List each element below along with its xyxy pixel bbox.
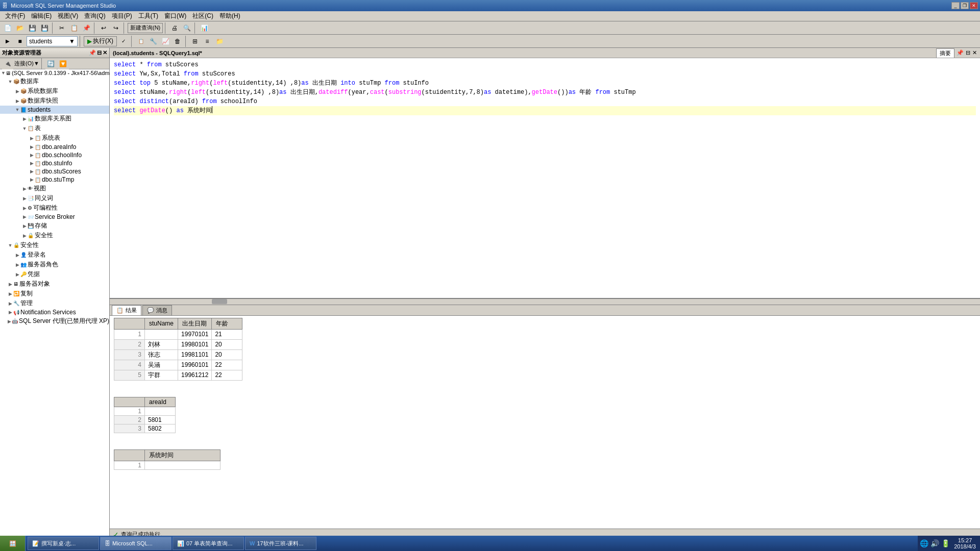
print-button[interactable]: 🖨 (169, 22, 180, 34)
h-scroll-thumb[interactable] (212, 299, 227, 304)
taskbar-item-ssms[interactable]: 🗄 Microsoft SQL... (100, 537, 172, 550)
new-query-button[interactable]: 📄 (2, 22, 13, 34)
col-systime[interactable]: 系统时间 (145, 449, 220, 461)
table-row[interactable]: 1 2018-04-03 15:27:45.820 (114, 461, 220, 469)
expand-synonyms-icon[interactable]: ▶ (21, 196, 28, 201)
expand-tables-icon[interactable]: ▼ (21, 126, 28, 131)
tree-synonyms-node[interactable]: ▶ 📑 同义词 (0, 193, 109, 203)
taskbar-item-write[interactable]: 📝 撰写新桌·志... (28, 537, 99, 550)
expand-systables-icon[interactable]: ▶ (29, 136, 35, 141)
menu-query[interactable]: 查询(Q) (81, 11, 108, 21)
table-row[interactable]: 1 5800 (114, 407, 176, 415)
tree-systables-node[interactable]: ▶ 📋 系统表 (0, 133, 109, 143)
object-explorer-button[interactable]: 📊 (199, 22, 210, 34)
tree-security-node[interactable]: ▼ 🔒 安全性 (0, 240, 109, 250)
tray-volume-icon[interactable]: 🔊 (930, 539, 939, 547)
table-row[interactable]: 4 吴涵 19960101 22 (114, 360, 242, 370)
minimize-button[interactable]: _ (951, 2, 960, 9)
tree-server-node[interactable]: ▼ 🖥 (SQL Server 9.0.1399 - Jkx417-56\adm… (0, 69, 109, 77)
expand-databases-icon[interactable]: ▼ (7, 79, 13, 84)
expand-schoolinfo-icon[interactable]: ▶ (29, 153, 35, 158)
results-file-button[interactable]: 📁 (214, 36, 225, 47)
expand-roles-icon[interactable]: ▶ (14, 262, 20, 267)
menu-help[interactable]: 帮助(H) (216, 11, 243, 21)
tab-messages[interactable]: 💬 消息 (142, 305, 172, 315)
database-dropdown[interactable]: students ▼ (27, 36, 78, 46)
tree-storage-node[interactable]: ▶ 💾 存储 (0, 221, 109, 231)
col-birthdate[interactable]: 出生日期 (178, 318, 212, 329)
expand-sysdb-icon[interactable]: ▶ (14, 89, 20, 94)
execute-button[interactable]: ▶ 执行(X) (84, 36, 117, 46)
results-text-button[interactable]: ≡ (202, 36, 213, 47)
oe-close-button2[interactable]: ✕ (972, 49, 977, 56)
expand-stuinfo-icon[interactable]: ▶ (29, 161, 35, 166)
expand-logins-icon[interactable]: ▶ (14, 253, 20, 258)
col-stuname[interactable]: stuName (145, 318, 178, 329)
table-row[interactable]: 5 宇群 19961212 22 (114, 370, 242, 380)
expand-agent-icon[interactable]: ▶ (7, 319, 12, 324)
oe-float-button2[interactable]: ⊟ (966, 49, 970, 56)
tree-students-node[interactable]: ▼ 📘 students (0, 106, 109, 114)
open-button[interactable]: 📂 (14, 22, 26, 34)
expand-prog-icon[interactable]: ▶ (21, 206, 28, 211)
oe-connect-button[interactable]: 🔌 (2, 58, 13, 69)
horizontal-scrollbar[interactable] (110, 298, 980, 305)
menu-community[interactable]: 社区(C) (189, 11, 216, 21)
check-syntax-button[interactable]: ✓ (118, 36, 129, 47)
tree-serverobj-node[interactable]: ▶ 🖥 服务器对象 (0, 279, 109, 289)
tree-programmability-node[interactable]: ▶ ⚙ 可编程性 (0, 203, 109, 213)
query-summary-tab[interactable]: 摘要 (936, 48, 954, 58)
col-age[interactable]: 年龄 (212, 318, 242, 329)
expand-stuscores-icon[interactable]: ▶ (29, 169, 35, 174)
paste-button[interactable]: 📌 (81, 22, 92, 34)
expand-server-icon[interactable]: ▼ (1, 70, 6, 76)
expand-students-icon[interactable]: ▼ (14, 107, 20, 112)
tree-credentials-node[interactable]: ▶ 🔑 凭据 (0, 269, 109, 279)
tray-clock[interactable]: 15:27 2018/4/3 (952, 537, 978, 549)
redo-button[interactable]: ↪ (110, 22, 121, 34)
tree-stuinfo-node[interactable]: ▶ 📋 dbo.stuInfo (0, 159, 109, 167)
expand-broker-icon[interactable]: ▶ (21, 214, 28, 219)
oe-close-button[interactable]: ✕ (103, 49, 107, 56)
tree-replication-node[interactable]: ▶ 🔁 复制 (0, 289, 109, 298)
oe-pin-button2[interactable]: 📌 (957, 49, 964, 56)
analyze-button[interactable]: 🔧 (148, 36, 159, 47)
close-button[interactable]: ✕ (970, 2, 978, 9)
cell-stuname[interactable]: 陈虹 (145, 329, 178, 339)
title-bar-controls[interactable]: _ ❐ ✕ (951, 2, 978, 9)
expand-mgmt-icon[interactable]: ▶ (7, 301, 13, 306)
cell-systime[interactable]: 2018-04-03 15:27:45.820 (145, 461, 220, 469)
tree-system-db-node[interactable]: ▶ 📦 系统数据库 (0, 86, 109, 96)
stop-button[interactable]: ■ (14, 36, 26, 47)
tree-dbsnapshot-node[interactable]: ▶ 📦 数据库快照 (0, 96, 109, 106)
undo-button[interactable]: ↩ (98, 22, 109, 34)
display-act-button[interactable]: 📈 (160, 36, 171, 47)
table-row[interactable]: 3 5802 (114, 424, 176, 433)
tree-notification-node[interactable]: ▶ 📢 Notification Services (0, 308, 109, 316)
oe-float-button[interactable]: ⊟ (97, 49, 102, 56)
new-query-label[interactable]: 新建查询(N) (128, 23, 163, 33)
menu-window[interactable]: 窗口(W) (161, 11, 189, 21)
table-row[interactable]: 3 张志 19981101 20 (114, 349, 242, 360)
menu-edit[interactable]: 编辑(E) (28, 11, 55, 21)
tree-logins-node[interactable]: ▶ 👤 登录名 (0, 250, 109, 260)
restore-button[interactable]: ❐ (961, 2, 969, 9)
expand-diagram-icon[interactable]: ▶ (21, 116, 28, 121)
results-grid-button[interactable]: ⊞ (189, 36, 201, 47)
tree-agent-node[interactable]: ▶ 🤖 SQL Server 代理(已禁用代理 XP) (0, 316, 109, 326)
expand-cred-icon[interactable]: ▶ (14, 272, 20, 277)
tree-areainfo-node[interactable]: ▶ 📋 dbo.areaInfo (0, 143, 109, 151)
tree-management-node[interactable]: ▶ 🔧 管理 (0, 298, 109, 308)
tree-tables-node[interactable]: ▼ 📋 表 (0, 123, 109, 133)
start-button[interactable]: 🪟 (0, 536, 26, 551)
expand-secdb-icon[interactable]: ▶ (21, 233, 28, 238)
menu-project[interactable]: 项目(P) (109, 11, 135, 21)
expand-rep-icon[interactable]: ▶ (7, 291, 13, 296)
table-row[interactable]: 2 5801 (114, 415, 176, 424)
tree-serverroles-node[interactable]: ▶ 👥 服务器角色 (0, 260, 109, 269)
tray-battery-icon[interactable]: 🔋 (941, 539, 950, 547)
oe-pin-button[interactable]: 📌 (89, 49, 96, 56)
menu-file[interactable]: 文件(F) (2, 11, 28, 21)
expand-areainfo-icon[interactable]: ▶ (29, 144, 35, 149)
table-row[interactable]: 1 陈虹 19970101 21 (114, 329, 242, 339)
